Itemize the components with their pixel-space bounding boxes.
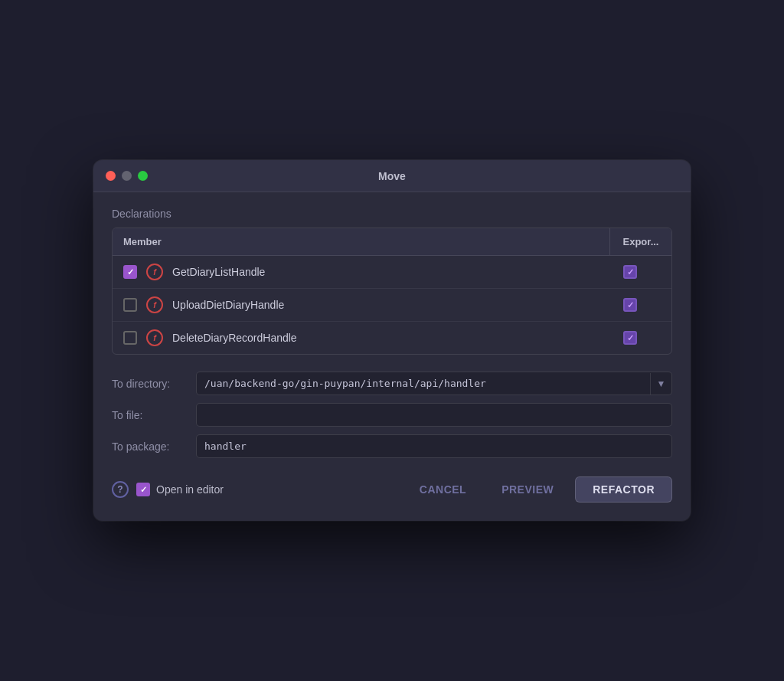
file-input-wrap [196, 403, 672, 427]
form-section: To directory: ▼ To file: To package: [112, 372, 672, 458]
directory-input[interactable] [197, 372, 650, 395]
table-row: f DeleteDiaryRecordHandle [113, 322, 671, 354]
export-checkbox-1[interactable] [623, 298, 637, 312]
preview-button[interactable]: PREVIEW [488, 477, 567, 502]
export-cell-1 [599, 298, 661, 312]
declarations-table: Member Expor... f GetDiaryListHandle f U… [112, 228, 672, 355]
table-row: f GetDiaryListHandle [113, 256, 671, 289]
directory-dropdown-arrow[interactable]: ▼ [650, 373, 671, 395]
file-input[interactable] [197, 404, 671, 426]
open-editor-label: Open in editor [156, 483, 224, 496]
open-editor-wrap: Open in editor [136, 483, 398, 496]
refactor-button[interactable]: REFACTOR [575, 476, 672, 503]
help-button[interactable]: ? [112, 481, 129, 498]
member-name-2: DeleteDiaryRecordHandle [172, 332, 599, 344]
file-label: To file: [112, 409, 196, 421]
directory-label: To directory: [112, 378, 196, 390]
export-checkbox-0[interactable] [623, 265, 637, 279]
traffic-lights [106, 171, 148, 181]
row-2-checkbox[interactable] [123, 331, 137, 345]
row-0-checkbox[interactable] [123, 265, 137, 279]
member-name-0: GetDiaryListHandle [172, 266, 599, 278]
table-header: Member Expor... [113, 228, 671, 256]
export-cell-0 [599, 265, 661, 279]
move-dialog: Move Declarations Member Expor... f GetD… [93, 160, 691, 521]
content-area: Declarations Member Expor... f GetDiaryL… [93, 192, 691, 521]
col-export-header: Expor... [610, 228, 671, 255]
close-button[interactable] [106, 171, 116, 181]
package-row: To package: [112, 434, 672, 458]
titlebar: Move [93, 160, 691, 192]
func-icon-2: f [146, 329, 163, 346]
table-row: f UploadDietDiaryHandle [113, 289, 671, 322]
export-cell-2 [599, 331, 661, 345]
declarations-label: Declarations [112, 208, 672, 220]
row-1-checkbox[interactable] [123, 298, 137, 312]
maximize-button[interactable] [138, 171, 148, 181]
package-label: To package: [112, 440, 196, 453]
directory-input-wrap: ▼ [196, 372, 672, 395]
cancel-button[interactable]: CANCEL [406, 477, 480, 502]
package-input[interactable] [197, 435, 671, 457]
member-name-1: UploadDietDiaryHandle [172, 299, 599, 311]
file-row: To file: [112, 403, 672, 427]
directory-row: To directory: ▼ [112, 372, 672, 395]
export-checkbox-2[interactable] [623, 331, 637, 345]
func-icon-0: f [146, 264, 163, 280]
package-input-wrap [196, 434, 672, 458]
minimize-button[interactable] [122, 171, 132, 181]
open-editor-checkbox[interactable] [136, 483, 150, 496]
func-icon-1: f [146, 296, 163, 313]
window-title: Move [378, 170, 406, 182]
col-member-header: Member [113, 228, 610, 255]
footer: ? Open in editor CANCEL PREVIEW REFACTOR [112, 473, 672, 503]
